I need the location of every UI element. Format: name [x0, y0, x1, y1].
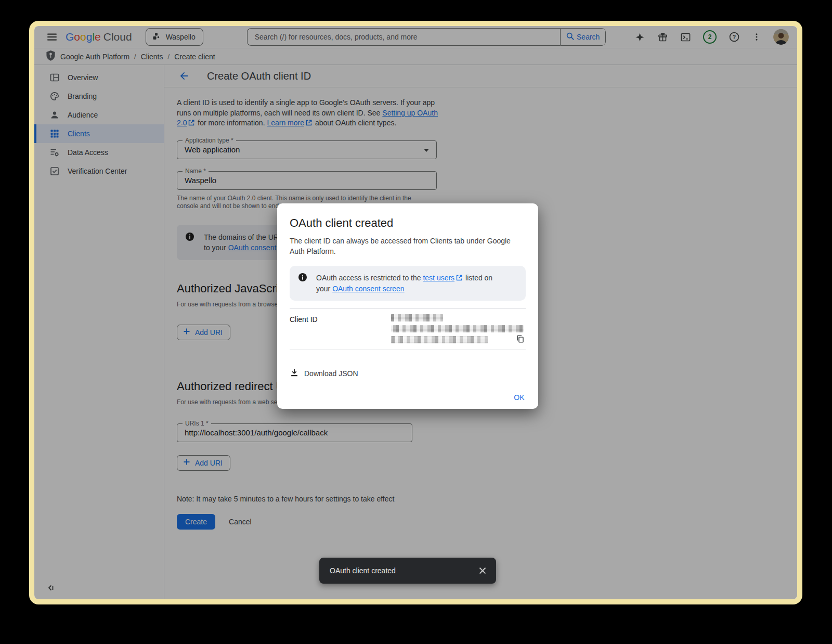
notice-segment: OAuth access is restricted to the	[316, 274, 423, 282]
info-icon	[298, 273, 307, 294]
redacted-line	[391, 325, 524, 332]
close-icon[interactable]	[478, 566, 487, 575]
redacted-line	[391, 314, 443, 321]
client-id-row: Client ID	[290, 309, 526, 350]
notice-text: OAuth access is restricted to the test u…	[316, 273, 517, 294]
dialog-body: The client ID can always be accessed fro…	[290, 236, 526, 256]
dialog-body-line: The client ID can always be accessed fro…	[290, 237, 511, 245]
download-json-label: Download JSON	[304, 369, 358, 378]
client-id-redacted-value	[391, 314, 524, 343]
download-json-button[interactable]: Download JSON	[290, 368, 358, 379]
toast-message: OAuth client created	[330, 566, 396, 575]
toast-snackbar: OAuth client created	[319, 558, 496, 584]
client-id-label: Client ID	[290, 314, 391, 343]
oauth-consent-screen-link[interactable]: OAuth consent screen	[332, 285, 405, 293]
test-users-link[interactable]: test users	[423, 274, 454, 282]
restricted-access-notice: OAuth access is restricted to the test u…	[290, 266, 526, 301]
ok-button[interactable]: OK	[514, 393, 525, 402]
notice-segment: your	[316, 285, 332, 293]
external-link-icon	[456, 273, 462, 284]
copy-icon[interactable]	[516, 334, 525, 343]
redacted-line	[391, 336, 488, 343]
notice-segment: listed on	[463, 274, 492, 282]
oauth-client-created-dialog: OAuth client created The client ID can a…	[277, 203, 538, 409]
dialog-body-line: Auth Platform.	[290, 247, 336, 255]
download-icon	[290, 368, 299, 379]
dialog-title: OAuth client created	[290, 216, 526, 230]
